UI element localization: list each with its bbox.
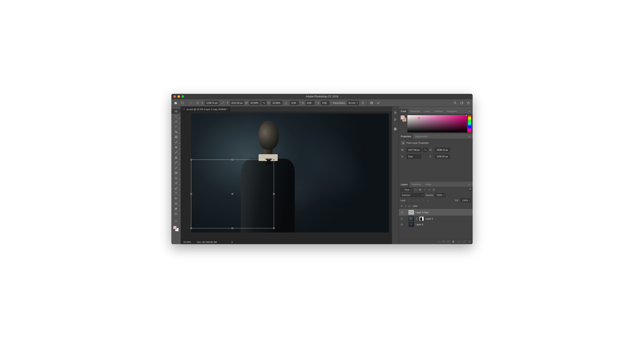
commit-transform-icon[interactable]: [376, 100, 381, 106]
prop-x-field[interactable]: 0 px: [406, 154, 421, 159]
tab-paths[interactable]: Paths: [424, 182, 433, 187]
transform-handle-ml[interactable]: [190, 193, 192, 195]
hue-slider[interactable]: [468, 115, 471, 132]
color-indicator[interactable]: [418, 117, 420, 119]
link-layers-icon[interactable]: [437, 240, 440, 243]
expand-panels-handle[interactable]: [392, 107, 398, 109]
tab-swatches[interactable]: Swatches: [408, 109, 422, 114]
cancel-transform-icon[interactable]: [369, 100, 374, 106]
fill-field[interactable]: 100%: [461, 198, 471, 202]
doc-size[interactable]: Doc: 58.1M/165.9M: [197, 241, 217, 243]
filter-toggle[interactable]: [469, 188, 471, 191]
layer-mask-thumbnail[interactable]: [419, 216, 424, 221]
marquee-tool[interactable]: [171, 114, 180, 119]
transform-handle-bl[interactable]: [190, 227, 192, 229]
visibility-toggle[interactable]: [400, 204, 403, 207]
x-field[interactable]: 1238.74 px: [205, 101, 219, 105]
document-tab[interactable]: × un.psd @ 33.3% (Layer 3 copy, RGB/8) *: [181, 107, 230, 112]
prop-y-field[interactable]: 1292.97 px: [435, 154, 450, 159]
canvas-viewport[interactable]: [181, 112, 392, 240]
ref-point-grid[interactable]: [195, 100, 200, 106]
transform-ref-icon[interactable]: [180, 100, 185, 106]
tab-adjustments[interactable]: Adjustments: [413, 134, 430, 139]
layer-row[interactable]: Layer 3: [399, 216, 473, 222]
path-select-tool[interactable]: [171, 196, 180, 201]
tab-libraries[interactable]: Libraries: [432, 109, 445, 114]
skew-h-field[interactable]: 0.00: [306, 101, 314, 105]
filter-shape-icon[interactable]: [428, 188, 431, 191]
warp-icon[interactable]: [360, 100, 366, 106]
panels-collapse-handle[interactable]: ››: [399, 107, 473, 109]
layer-name[interactable]: Layer 0: [416, 223, 423, 226]
visibility-toggle[interactable]: [400, 217, 403, 220]
tab-learn[interactable]: Learn: [422, 109, 432, 114]
transform-handle-tl[interactable]: [190, 159, 192, 160]
tab-channels[interactable]: Channels: [410, 182, 423, 187]
shape-tool[interactable]: [171, 201, 180, 206]
transform-handle-tm[interactable]: [232, 159, 233, 160]
visibility-toggle[interactable]: [400, 223, 403, 226]
history-brush-tool[interactable]: [171, 160, 180, 165]
tab-properties[interactable]: Properties: [399, 134, 413, 139]
blur-tool[interactable]: [171, 175, 180, 180]
lock-position-icon[interactable]: [417, 199, 420, 202]
mask-link-icon[interactable]: [416, 216, 418, 221]
tab-histogram[interactable]: Histogram: [445, 109, 459, 114]
delete-layer-icon[interactable]: [468, 240, 471, 243]
search-icon[interactable]: [452, 100, 458, 106]
layer-fx-icon[interactable]: fx: [443, 240, 444, 243]
filter-type-icon[interactable]: [424, 188, 426, 191]
stamp-tool[interactable]: [171, 155, 180, 160]
filter-smart-icon[interactable]: [432, 188, 435, 191]
move-tool[interactable]: [171, 109, 180, 114]
add-mask-icon[interactable]: [447, 240, 450, 243]
eraser-tool[interactable]: [171, 165, 180, 170]
status-menu-icon[interactable]: ❯: [231, 241, 233, 243]
transform-handle-tr[interactable]: [273, 159, 274, 160]
healing-tool[interactable]: [171, 145, 180, 150]
lock-transparent-icon[interactable]: [408, 199, 410, 202]
edit-toolbar-icon[interactable]: [171, 218, 180, 224]
prop-link-icon[interactable]: [423, 148, 428, 152]
layer-thumbnail[interactable]: [408, 216, 414, 221]
transform-center[interactable]: [232, 193, 233, 195]
color-panel-menu-icon[interactable]: ≡: [467, 109, 472, 114]
opacity-field[interactable]: 100%: [435, 193, 445, 197]
home-icon[interactable]: [173, 100, 178, 106]
layer-filter-kind[interactable]: Kind: [400, 188, 413, 192]
skew-v-field[interactable]: 0.00: [321, 101, 330, 105]
color-panel-swatches[interactable]: [400, 115, 406, 132]
crop-tool[interactable]: [171, 129, 180, 134]
pen-tool[interactable]: [171, 186, 180, 191]
workspace-icon[interactable]: [459, 100, 464, 106]
properties-panel-menu-icon[interactable]: ≡: [467, 134, 472, 139]
lock-paint-icon[interactable]: [412, 199, 415, 202]
lock-all-icon[interactable]: [427, 199, 429, 202]
tools-collapse-handle[interactable]: [171, 107, 180, 109]
close-window-button[interactable]: [174, 95, 176, 98]
prop-w-field[interactable]: 2477.49 px: [406, 148, 421, 152]
zoom-window-button[interactable]: [182, 95, 184, 98]
share-icon[interactable]: [466, 100, 471, 106]
tab-layers[interactable]: Layers: [399, 182, 410, 187]
type-tool[interactable]: [171, 191, 180, 196]
hand-tool[interactable]: [171, 206, 180, 211]
ref-point-toggle[interactable]: [188, 100, 194, 106]
aspect-link-icon[interactable]: [262, 101, 266, 105]
color-field[interactable]: [407, 115, 467, 132]
new-layer-icon[interactable]: [463, 240, 466, 243]
filter-pixel-icon[interactable]: [414, 188, 417, 191]
angle-field[interactable]: 0.00: [290, 101, 298, 105]
visibility-toggle[interactable]: [400, 211, 403, 214]
layer-name[interactable]: Layer 3 copy: [416, 211, 428, 214]
prop-h-field[interactable]: 2038.11 px: [435, 148, 450, 152]
eyedropper-tool[interactable]: [171, 139, 180, 145]
transform-handle-br[interactable]: [273, 227, 274, 229]
y-field[interactable]: 2312.02 px: [230, 101, 244, 105]
minimize-window-button[interactable]: [178, 95, 180, 98]
dodge-tool[interactable]: [171, 180, 180, 186]
zoom-level[interactable]: 33.33%: [183, 241, 191, 243]
h-field[interactable]: 42.58%: [271, 101, 282, 105]
layer-thumbnail[interactable]: [408, 210, 414, 215]
new-group-icon[interactable]: [458, 240, 460, 243]
